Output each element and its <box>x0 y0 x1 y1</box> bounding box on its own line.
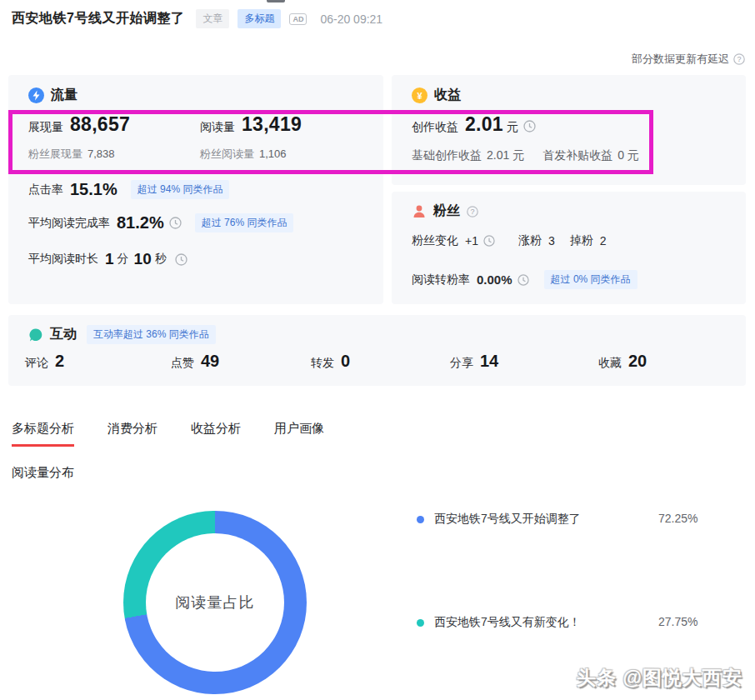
legend-dot-blue <box>417 516 424 523</box>
interaction-title: 互动 <box>50 326 77 343</box>
analytics-page: 西安地铁7号线又开始调整了 文章 多标题 AD 06-20 09:21 部分数据… <box>0 0 755 700</box>
clock-icon <box>175 253 188 266</box>
completion-label: 平均阅读完成率 <box>28 216 110 231</box>
impressions-value: 88,657 <box>70 113 130 136</box>
revenue-breakdown: 基础创作收益 2.01 元 首发补贴收益 0 元 <box>412 148 639 163</box>
fan-gain-value: 3 <box>548 234 555 248</box>
legend-percent-title1: 72.25% <box>658 512 698 525</box>
shares-value: 14 <box>480 352 498 371</box>
ctr-rank-chip: 超过 94% 同类作品 <box>131 180 230 199</box>
clock-icon <box>523 120 536 132</box>
fan-reads-metric: 粉丝阅读量 1,106 <box>200 147 287 162</box>
help-icon[interactable]: ? <box>467 206 478 218</box>
fan-change-label: 粉丝变化 <box>412 233 458 248</box>
tab-consumption-analysis[interactable]: 消费分析 <box>108 421 158 447</box>
interaction-card-header: 互动 互动率超过 36% 同类作品 <box>28 325 216 344</box>
legend-item-title2[interactable]: 西安地铁7号线又有新变化！ <box>417 615 581 630</box>
data-delay-notice: 部分数据更新有延迟 ? <box>632 52 745 67</box>
reads-metric: 阅读量 13,419 <box>200 113 302 136</box>
reposts-label: 转发 <box>311 356 334 371</box>
multititle-badge[interactable]: 多标题 <box>238 9 281 28</box>
duration-minutes: 1 <box>105 250 114 268</box>
ctr-metric: 点击率 15.1% 超过 94% 同类作品 <box>28 180 229 199</box>
donut-center-label: 阅读量占比 <box>176 592 255 612</box>
impressions-metric: 展现量 88,657 <box>28 113 130 136</box>
svg-text:?: ? <box>470 208 474 216</box>
conversion-value: 0.00% <box>477 272 512 287</box>
legend-text-title1: 西安地铁7号线又开始调整了 <box>434 512 581 527</box>
tab-multititle-analysis[interactable]: 多标题分析 <box>12 421 74 447</box>
conversion-label: 阅读转粉率 <box>412 272 470 288</box>
likes-label: 点赞 <box>171 356 194 371</box>
base-revenue-value: 2.01 元 <box>487 148 524 163</box>
favorites-label: 收藏 <box>598 356 622 371</box>
shares-label: 分享 <box>450 356 473 371</box>
fan-reads-value: 1,106 <box>259 148 287 160</box>
reads-label: 阅读量 <box>200 120 235 135</box>
article-type-badge: 文章 <box>196 9 229 28</box>
interaction-card: 互动 互动率超过 36% 同类作品 评论 2 点赞 49 转发 0 分享 14 … <box>8 315 746 386</box>
ctr-label: 点击率 <box>28 182 63 198</box>
duration-minutes-unit: 分 <box>118 252 129 267</box>
article-header: 西安地铁7号线又开始调整了 文章 多标题 AD 06-20 09:21 <box>12 0 382 38</box>
analysis-tabs: 多标题分析 消费分析 收益分析 用户画像 <box>12 421 324 447</box>
subsidy-revenue-value: 0 元 <box>618 148 639 163</box>
donut-ring: 阅读量占比 <box>123 511 307 694</box>
traffic-card-header: 流量 <box>28 87 78 104</box>
fan-impressions-value: 7,838 <box>88 148 115 160</box>
likes-stat: 点赞 49 <box>171 352 219 371</box>
read-distribution-title: 阅读量分布 <box>12 465 74 481</box>
help-icon[interactable]: ? <box>733 53 745 65</box>
tab-audience-profile[interactable]: 用户画像 <box>274 421 324 447</box>
ctr-value: 15.1% <box>70 180 118 199</box>
tab-revenue-analysis[interactable]: 收益分析 <box>191 421 241 447</box>
creation-revenue-label: 创作收益 <box>412 120 458 135</box>
creation-revenue-unit: 元 <box>507 120 518 135</box>
legend-percent-title2: 27.75% <box>658 615 698 628</box>
subsidy-revenue-label: 首发补贴收益 <box>542 148 612 163</box>
completion-rank-chip: 超过 76% 同类作品 <box>195 213 294 232</box>
favorites-value: 20 <box>628 352 647 371</box>
comments-value: 2 <box>55 352 64 371</box>
ad-badge: AD <box>289 13 307 25</box>
legend-item-title1[interactable]: 西安地铁7号线又开始调整了 <box>417 512 581 527</box>
fan-loss-value: 2 <box>600 234 607 248</box>
creation-revenue-metric: 创作收益 2.01 元 <box>412 113 536 136</box>
fans-title: 粉丝 <box>433 202 460 220</box>
traffic-title: 流量 <box>51 87 78 104</box>
likes-value: 49 <box>201 352 219 371</box>
revenue-card-header: ¥ 收益 <box>412 87 461 104</box>
fan-change-value: +1 <box>465 234 478 248</box>
clock-icon <box>483 235 495 247</box>
conversion-row: 阅读转粉率 0.00% 超过 0% 同类作品 <box>412 270 638 289</box>
fan-change-row: 粉丝变化 +1 涨粉 3 掉粉 2 <box>412 233 607 248</box>
fan-impressions-metric: 粉丝展现量 7,838 <box>28 147 115 162</box>
person-icon <box>412 204 427 219</box>
completion-value: 81.2% <box>117 213 164 232</box>
duration-metric: 平均阅读时长 1 分 10 秒 <box>28 250 188 268</box>
revenue-card: ¥ 收益 创作收益 2.01 元 基础创作收益 2.01 元 首发补贴收益 0 … <box>392 75 746 185</box>
conversion-rank-chip: 超过 0% 同类作品 <box>544 270 638 289</box>
coin-icon: ¥ <box>412 88 428 103</box>
fans-card-header: 粉丝 ? <box>412 202 478 220</box>
completion-metric: 平均阅读完成率 81.2% 超过 76% 同类作品 <box>28 213 293 232</box>
reposts-value: 0 <box>341 352 350 371</box>
creation-revenue-value: 2.01 <box>465 113 503 136</box>
traffic-icon <box>28 88 44 103</box>
comments-stat: 评论 2 <box>25 352 64 371</box>
favorites-stat: 收藏 20 <box>598 352 647 371</box>
clock-icon <box>169 217 182 229</box>
toutiao-watermark: 头条 @图悦大西安 <box>577 665 742 691</box>
comments-label: 评论 <box>25 356 48 371</box>
svg-text:?: ? <box>737 55 741 63</box>
legend-text-title2: 西安地铁7号线又有新变化！ <box>434 615 581 630</box>
shares-stat: 分享 14 <box>450 352 498 371</box>
fan-loss-label: 掉粉 <box>570 233 593 248</box>
reads-value: 13,419 <box>242 113 302 136</box>
reposts-stat: 转发 0 <box>311 352 350 371</box>
svg-text:¥: ¥ <box>417 91 422 101</box>
duration-label: 平均阅读时长 <box>28 252 98 267</box>
donut-hole: 阅读量占比 <box>146 533 284 672</box>
fans-card: 粉丝 ? 粉丝变化 +1 涨粉 3 掉粉 2 阅读转粉率 0.00% <box>392 192 746 304</box>
publish-timestamp: 06-20 09:21 <box>320 12 382 26</box>
